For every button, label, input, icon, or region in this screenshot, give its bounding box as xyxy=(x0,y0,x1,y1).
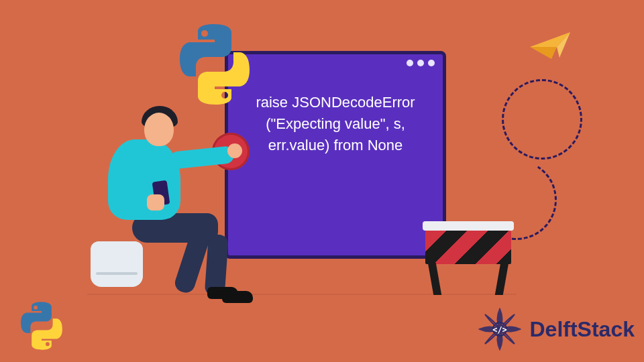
python-logo-icon xyxy=(16,300,67,351)
barrier-stripes xyxy=(425,231,511,264)
dashed-path-circle xyxy=(502,79,582,160)
shoe xyxy=(222,291,253,303)
barrier-leg xyxy=(495,263,508,295)
mandala-icon: </> xyxy=(476,306,523,353)
ground-line xyxy=(87,294,517,295)
hand xyxy=(227,143,242,158)
hand xyxy=(147,194,164,210)
barrier-leg xyxy=(428,263,441,295)
seat xyxy=(91,241,143,287)
head xyxy=(144,113,174,146)
arm xyxy=(169,145,235,170)
window-dot-icon xyxy=(407,60,413,66)
hazard-barrier-icon xyxy=(423,221,514,295)
window-dot-icon xyxy=(428,60,435,66)
svg-marker-1 xyxy=(530,47,557,59)
barrier-top xyxy=(423,221,514,231)
person-illustration xyxy=(91,101,238,302)
svg-text:</>: </> xyxy=(492,325,507,335)
window-titlebar xyxy=(228,54,443,72)
thumbnail-canvas: raise JSONDecodeError ("Expecting value"… xyxy=(0,0,644,362)
brand-logo: </> DelftStack xyxy=(476,306,635,353)
error-text: raise JSONDecodeError ("Expecting value"… xyxy=(228,72,443,176)
python-logo-icon xyxy=(172,21,258,107)
error-window: raise JSONDecodeError ("Expecting value"… xyxy=(225,51,446,259)
window-dot-icon xyxy=(417,60,424,66)
paper-plane-icon xyxy=(530,32,570,62)
brand-name: DelftStack xyxy=(530,317,635,342)
